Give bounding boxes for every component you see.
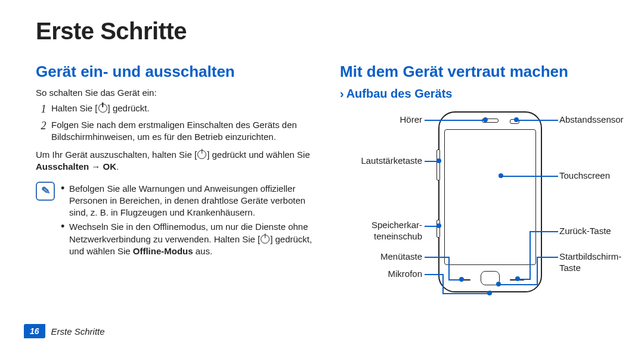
subheading-layout: ›Aufbau des Geräts bbox=[340, 87, 632, 101]
lead-line bbox=[425, 120, 484, 121]
note-icon: ✎ bbox=[36, 182, 55, 201]
step-2: 2 Folgen Sie nach dem erstmaligen Einsch… bbox=[36, 119, 316, 144]
column-right: Mit dem Gerät vertraut machen ›Aufbau de… bbox=[340, 63, 632, 309]
step-text: Folgen Sie nach dem erstmaligen Einschal… bbox=[51, 119, 316, 144]
lead-line bbox=[425, 161, 438, 162]
lead-line bbox=[530, 231, 531, 279]
power-icon bbox=[197, 150, 206, 159]
lead-dot bbox=[487, 291, 492, 295]
footer-section: Erste Schritte bbox=[51, 326, 105, 336]
step-text: Halten Sie [] gedrückt. bbox=[51, 102, 150, 116]
note-block: ✎ Befolgen Sie alle Warnungen und Anweis… bbox=[36, 180, 316, 260]
note-item: Befolgen Sie alle Warnungen und Anweisun… bbox=[61, 183, 316, 219]
lead-dot bbox=[436, 223, 441, 228]
lead-dot bbox=[483, 117, 488, 122]
heading-device: Mit dem Gerät vertraut machen bbox=[340, 63, 632, 81]
label-mic: Mikrofon bbox=[388, 269, 422, 280]
lead-line bbox=[500, 284, 538, 285]
lead-line bbox=[448, 257, 450, 279]
lead-line bbox=[531, 231, 558, 232]
page-number: 16 bbox=[24, 324, 45, 338]
manual-page: Erste Schritte Gerät ein- und ausschalte… bbox=[0, 0, 644, 349]
power-icon bbox=[98, 104, 107, 113]
lead-line bbox=[518, 120, 558, 121]
device-diagram: Hörer Lautstärketaste Speicherkar- tenei… bbox=[346, 107, 632, 309]
lead-line bbox=[448, 279, 460, 281]
lead-dot bbox=[499, 173, 503, 178]
label-proximity: Abstandssensor bbox=[559, 114, 624, 126]
step-1: 1 Halten Sie [] gedrückt. bbox=[36, 102, 316, 116]
lead-line bbox=[425, 274, 442, 275]
page-title: Erste Schritte bbox=[36, 18, 614, 45]
phone-screen bbox=[444, 129, 536, 265]
sd-slot-icon bbox=[436, 220, 440, 238]
lead-dot bbox=[515, 276, 520, 281]
lead-line bbox=[538, 257, 558, 258]
label-home: Startbildschirm- Taste bbox=[559, 251, 621, 274]
column-left: Gerät ein- und ausschalten So schalten S… bbox=[36, 63, 316, 309]
note-item: Wechseln Sie in den Offlinemodus, um nur… bbox=[61, 221, 316, 257]
lead-line bbox=[519, 279, 531, 280]
chevron-icon: › bbox=[340, 87, 344, 100]
step-number: 2 bbox=[36, 119, 51, 144]
lead-line bbox=[537, 257, 538, 284]
page-footer: 16 Erste Schritte bbox=[24, 324, 105, 338]
lead-dot bbox=[514, 117, 519, 122]
label-menu: Menütaste bbox=[380, 251, 422, 263]
lead-line bbox=[502, 176, 558, 177]
label-earpiece: Hörer bbox=[400, 114, 422, 126]
volume-key-icon bbox=[436, 149, 440, 180]
lead-line bbox=[442, 274, 444, 293]
step-number: 1 bbox=[36, 102, 51, 116]
heading-power: Gerät ein- und ausschalten bbox=[36, 63, 316, 81]
label-touch: Touchscreen bbox=[559, 170, 610, 182]
lead-line bbox=[425, 257, 448, 258]
lead-line bbox=[442, 293, 489, 294]
intro-text: So schalten Sie das Gerät ein: bbox=[36, 87, 316, 99]
lead-line bbox=[425, 226, 438, 227]
label-back: Zurück-Taste bbox=[559, 226, 611, 237]
note-list: Befolgen Sie alle Warnungen und Anweisun… bbox=[61, 180, 316, 260]
phone-outline bbox=[438, 111, 542, 292]
lead-dot bbox=[496, 282, 501, 286]
power-icon bbox=[261, 235, 270, 244]
poweroff-text: Um Ihr Gerät auszuschalten, halten Sie [… bbox=[36, 149, 316, 173]
label-sd: Speicherkar- teneinschub bbox=[371, 220, 422, 242]
label-volume: Lautstärketaste bbox=[361, 155, 422, 167]
lead-dot bbox=[436, 158, 441, 163]
